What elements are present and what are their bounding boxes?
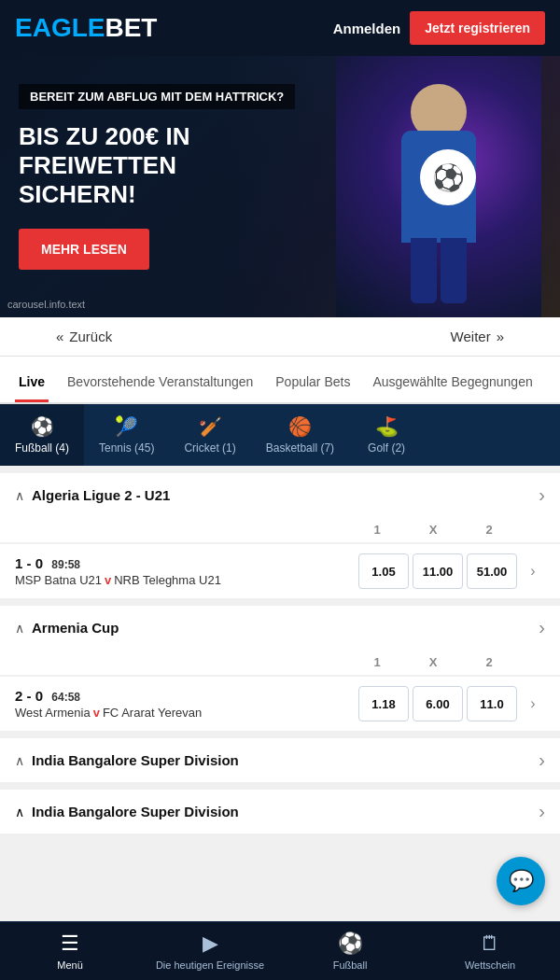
chat-icon: 💬 — [509, 869, 534, 893]
odds-col-label: 1 — [349, 523, 405, 537]
tab-popular[interactable]: Popular Bets — [272, 366, 354, 402]
odd-button-X[interactable]: 11.00 — [413, 553, 463, 589]
hero-title: BIS ZU 200€ IN FREIWETTEN SICHERN! — [19, 122, 280, 210]
golf-sport-icon: ⛳ — [375, 415, 399, 438]
odds-col-label: X — [405, 523, 461, 537]
team2-name: FC Ararat Yerevan — [103, 706, 202, 720]
odd-button-1[interactable]: 1.05 — [358, 553, 409, 589]
register-button[interactable]: Jetzt registrieren — [410, 11, 545, 45]
chevron-right-icon: › — [539, 484, 545, 506]
chat-button[interactable]: 💬 — [497, 857, 545, 905]
odd-button-1[interactable]: 1.18 — [358, 686, 409, 721]
hero-content: BEREIT ZUM ABFLUG MIT DEM HATTRICK? BIS … — [19, 84, 295, 270]
golf-sport-label: Golf (2) — [368, 441, 405, 455]
fussball-sport-label: Fußball (4) — [15, 441, 69, 455]
versus-indicator: v — [105, 573, 111, 587]
league-header-algeria[interactable]: ∧Algeria Ligue 2 - U21› — [0, 473, 560, 517]
league-title-armenia: Armenia Cup — [32, 620, 119, 636]
sport-tab-tennis[interactable]: 🎾Tennis (45) — [84, 404, 169, 466]
chevron-right-icon: › — [539, 801, 545, 822]
match-time: 64:58 — [49, 691, 80, 704]
match-score: 1 - 0 — [15, 555, 43, 571]
back-label: Zurück — [69, 329, 112, 344]
expand-icon: ∧ — [15, 753, 24, 768]
tab-live[interactable]: Live — [15, 366, 49, 402]
odd-button-X[interactable]: 6.00 — [413, 686, 463, 721]
table-row: 2 - 0 64:58West ArmeniavFC Ararat Yereva… — [0, 676, 560, 731]
odds-col-label: 2 — [461, 523, 517, 537]
sports-tabs: ⚽Fußball (4)🎾Tennis (45)🏏Cricket (1)🏀Bas… — [0, 404, 560, 466]
chevron-right-icon: › — [539, 749, 545, 771]
expand-icon: ∧ — [15, 621, 24, 636]
matches-container: ∧Algeria Ligue 2 - U21›1X21 - 0 89:58MSP… — [0, 473, 560, 833]
odds-col-label: 2 — [461, 655, 517, 669]
sport-tab-golf[interactable]: ⛳Golf (2) — [349, 404, 424, 466]
nav-arrows: « Zurück Weiter » — [0, 317, 560, 357]
tennis-sport-label: Tennis (45) — [99, 441, 154, 455]
league-header-india-partial[interactable]: ∧India Bangalore Super Division› — [0, 790, 560, 833]
double-chevron-left-icon: « — [56, 329, 63, 344]
logo: EAGLEBET — [15, 13, 157, 43]
forward-button[interactable]: Weiter » — [451, 329, 504, 344]
main-tabs: LiveBevorstehende VeranstaltungenPopular… — [0, 357, 560, 404]
basketball-sport-label: Basketball (7) — [266, 441, 334, 455]
odd-button-2[interactable]: 11.0 — [467, 686, 517, 721]
sport-tab-fussball[interactable]: ⚽Fußball (4) — [0, 404, 84, 466]
hero-tag: BEREIT ZUM ABFLUG MIT DEM HATTRICK? — [19, 84, 295, 109]
odds-table-armenia: 1X22 - 0 64:58West ArmeniavFC Ararat Yer… — [0, 650, 560, 731]
header: EAGLEBET Anmelden Jetzt registrieren — [0, 0, 560, 56]
more-odds-button[interactable]: › — [521, 553, 545, 589]
match-time: 89:58 — [49, 558, 80, 571]
more-odds-button[interactable]: › — [521, 686, 545, 721]
cricket-sport-icon: 🏏 — [199, 415, 222, 438]
back-button[interactable]: « Zurück — [56, 329, 112, 344]
odds-col-label: X — [405, 655, 461, 669]
basketball-sport-icon: 🏀 — [288, 415, 312, 438]
league-title-india: India Bangalore Super Division — [32, 804, 239, 819]
league-title-india: India Bangalore Super Division — [32, 752, 239, 768]
expand-icon: ∧ — [15, 805, 24, 819]
logo-eagle: EAGLE — [15, 13, 105, 42]
sport-tab-cricket[interactable]: 🏏Cricket (1) — [169, 404, 250, 466]
expand-icon: ∧ — [15, 488, 24, 503]
hero-image: ⚽ — [336, 56, 541, 317]
logo-bet: BET — [105, 13, 157, 42]
sport-tab-basketball[interactable]: 🏀Basketball (7) — [251, 404, 349, 466]
odd-button-2[interactable]: 51.00 — [467, 553, 517, 589]
fussball-sport-icon: ⚽ — [31, 415, 54, 438]
header-nav: Anmelden Jetzt registrieren — [333, 11, 545, 45]
league-header-india[interactable]: ∧India Bangalore Super Division› — [0, 738, 560, 782]
tab-ausgewahlte[interactable]: Ausgewählte Begegnungen — [369, 366, 536, 402]
league-title-algeria: Algeria Ligue 2 - U21 — [32, 487, 170, 503]
team1-name: MSP Batna U21 — [15, 573, 102, 587]
table-row: 1 - 0 89:58MSP Batna U21vNRB Teleghma U2… — [0, 543, 560, 598]
hero-banner: ⚽ BEREIT ZUM ABFLUG MIT DEM HATTRICK? BI… — [0, 56, 560, 317]
team2-name: NRB Teleghma U21 — [114, 573, 221, 587]
tab-bevorstehende[interactable]: Bevorstehende Veranstaltungen — [63, 366, 257, 402]
cricket-sport-label: Cricket (1) — [184, 441, 235, 455]
hero-cta-button[interactable]: MEHR LESEN — [19, 229, 149, 270]
forward-label: Weiter — [451, 329, 491, 344]
odds-table-algeria: 1X21 - 0 89:58MSP Batna U21vNRB Teleghma… — [0, 517, 560, 598]
chevron-right-icon: › — [539, 617, 545, 638]
odds-col-label: 1 — [349, 655, 405, 669]
double-chevron-right-icon: » — [497, 329, 504, 344]
team1-name: West Armenia — [15, 706, 91, 720]
login-button[interactable]: Anmelden — [333, 21, 401, 36]
match-score: 2 - 0 — [15, 688, 43, 704]
carousel-info: carousel.info.text — [7, 299, 85, 310]
tennis-sport-icon: 🎾 — [115, 415, 138, 438]
versus-indicator: v — [93, 706, 100, 720]
league-header-armenia[interactable]: ∧Armenia Cup› — [0, 606, 560, 650]
